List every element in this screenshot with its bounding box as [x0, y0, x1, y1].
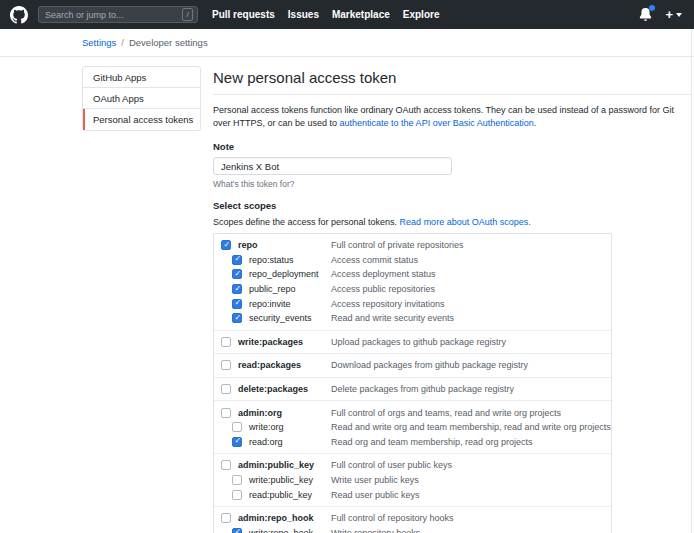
scope-row: repo:invite Access repository invitation… — [214, 296, 611, 311]
scope-checkbox[interactable] — [232, 269, 242, 279]
note-label: Note — [213, 141, 691, 152]
scope-desc: Upload packages to github package regist… — [331, 337, 506, 347]
scope-row: write:packages Upload packages to github… — [214, 335, 611, 350]
scope-desc: Full control of repository hooks — [331, 513, 454, 523]
scope-checkbox[interactable] — [221, 384, 231, 394]
scope-desc: Read and write security events — [331, 313, 454, 323]
create-new-dropdown[interactable]: + — [665, 8, 682, 21]
scope-row: write:org Read and write org and team me… — [214, 420, 611, 435]
search-input[interactable] — [45, 10, 182, 20]
scope-checkbox[interactable] — [221, 240, 231, 250]
scope-desc: Full control of user public keys — [331, 460, 452, 470]
scope-name: public_repo — [249, 284, 296, 294]
scope-group-repo: repo Full control of private repositorie… — [214, 234, 611, 330]
scope-checkbox[interactable] — [221, 360, 231, 370]
scope-name: write:public_key — [249, 475, 313, 485]
scope-group-read-packages: read:packages Download packages from git… — [214, 353, 611, 377]
scope-checkbox[interactable] — [232, 490, 242, 500]
scope-checkbox[interactable] — [221, 513, 231, 523]
scope-name: delete:packages — [238, 384, 308, 394]
scope-checkbox[interactable] — [232, 299, 242, 309]
basic-auth-link[interactable]: authenticate to the API over Basic Authe… — [340, 118, 534, 128]
scope-name: write:org — [249, 422, 284, 432]
scope-checkbox[interactable] — [221, 408, 231, 418]
intro-paragraph: Personal access tokens function like ord… — [213, 104, 691, 130]
scope-row: repo:status Access commit status — [214, 253, 611, 268]
scopes-description: Scopes define the access for personal to… — [213, 217, 691, 227]
scope-group-admin-repo-hook: admin:repo_hook Full control of reposito… — [214, 506, 611, 533]
scope-name: write:packages — [238, 337, 303, 347]
scope-row: read:packages Download packages from git… — [214, 358, 611, 373]
scope-desc: Read user public keys — [331, 490, 420, 500]
scope-group-write-packages: write:packages Upload packages to github… — [214, 330, 611, 354]
scope-name: admin:public_key — [238, 460, 314, 470]
scope-desc: Download packages from github package re… — [331, 360, 528, 370]
scope-desc: Full control of orgs and teams, read and… — [331, 408, 561, 418]
scope-desc: Access repository invitations — [331, 299, 445, 309]
developer-settings-sidebar: GitHub Apps OAuth Apps Personal access t… — [82, 66, 201, 131]
scope-name: write:repo_hook — [249, 528, 313, 533]
scopes-desc-text: Scopes define the access for personal to… — [213, 217, 400, 227]
scope-row: public_repo Access public repositories — [214, 282, 611, 297]
content-area: GitHub Apps OAuth Apps Personal access t… — [0, 57, 694, 533]
note-input[interactable] — [213, 157, 452, 175]
scope-row: write:public_key Write user public keys — [214, 473, 611, 488]
scope-desc: Read and write org and team membership, … — [331, 422, 611, 432]
nav-pull-requests[interactable]: Pull requests — [212, 9, 275, 20]
main-panel: New personal access token Personal acces… — [213, 66, 691, 533]
breadcrumb-settings-link[interactable]: Settings — [82, 37, 116, 48]
scope-desc: Write user public keys — [331, 475, 419, 485]
header-nav: Pull requests Issues Marketplace Explore — [212, 9, 439, 20]
scope-checkbox[interactable] — [232, 422, 242, 432]
note-help-text: What's this token for? — [213, 179, 691, 189]
scope-row: admin:repo_hook Full control of reposito… — [214, 511, 611, 526]
scope-name: admin:repo_hook — [238, 513, 314, 523]
sidebar-item-personal-access-tokens[interactable]: Personal access tokens — [83, 109, 200, 130]
scope-desc: Delete packages from github package regi… — [331, 384, 514, 394]
scope-group-admin-org: admin:org Full control of orgs and teams… — [214, 400, 611, 453]
nav-explore[interactable]: Explore — [403, 9, 440, 20]
scope-desc: Access public repositories — [331, 284, 435, 294]
scope-checkbox[interactable] — [221, 460, 231, 470]
header-right: + — [639, 8, 682, 21]
sidebar-item-github-apps[interactable]: GitHub Apps — [83, 67, 200, 88]
scope-name: read:packages — [238, 360, 301, 370]
scope-checkbox[interactable] — [232, 255, 242, 265]
scope-desc: Read org and team membership, read org p… — [331, 437, 533, 447]
scope-row: read:org Read org and team membership, r… — [214, 435, 611, 450]
scope-desc: Access commit status — [331, 255, 418, 265]
scope-group-admin-public-key: admin:public_key Full control of user pu… — [214, 453, 611, 506]
breadcrumb-current: Developer settings — [129, 37, 208, 48]
nav-issues[interactable]: Issues — [288, 9, 319, 20]
slash-shortcut-key: / — [182, 8, 193, 21]
nav-marketplace[interactable]: Marketplace — [332, 9, 390, 20]
scope-checkbox[interactable] — [221, 337, 231, 347]
scope-name: read:org — [249, 437, 283, 447]
scope-name: repo_deployment — [249, 269, 319, 279]
scopes-table: repo Full control of private repositorie… — [213, 233, 612, 533]
scope-name: admin:org — [238, 408, 282, 418]
scope-group-delete-packages: delete:packages Delete packages from git… — [214, 377, 611, 401]
chevron-down-icon — [676, 13, 682, 17]
github-logo-icon[interactable] — [10, 6, 28, 24]
scope-name: repo:status — [249, 255, 294, 265]
unread-notification-dot — [649, 5, 655, 11]
scope-checkbox[interactable] — [232, 437, 242, 447]
scope-name: repo — [238, 240, 258, 250]
scope-checkbox[interactable] — [232, 284, 242, 294]
sidebar-item-oauth-apps[interactable]: OAuth Apps — [83, 88, 200, 109]
scope-checkbox[interactable] — [232, 475, 242, 485]
scope-row: write:repo_hook Write repository hooks — [214, 526, 611, 533]
breadcrumb-separator: / — [121, 37, 124, 48]
scope-checkbox[interactable] — [232, 313, 242, 323]
scope-checkbox[interactable] — [232, 528, 242, 533]
scrollbar-track[interactable] — [691, 29, 692, 533]
header-search: / — [38, 6, 198, 23]
intro-period: . — [534, 118, 537, 128]
scope-name: security_events — [249, 313, 312, 323]
plus-icon: + — [665, 8, 673, 21]
top-header: / Pull requests Issues Marketplace Explo… — [0, 0, 694, 29]
notifications-bell-icon[interactable] — [639, 8, 652, 21]
oauth-scopes-link[interactable]: Read more about OAuth scopes. — [400, 217, 531, 227]
scope-name: read:public_key — [249, 490, 312, 500]
